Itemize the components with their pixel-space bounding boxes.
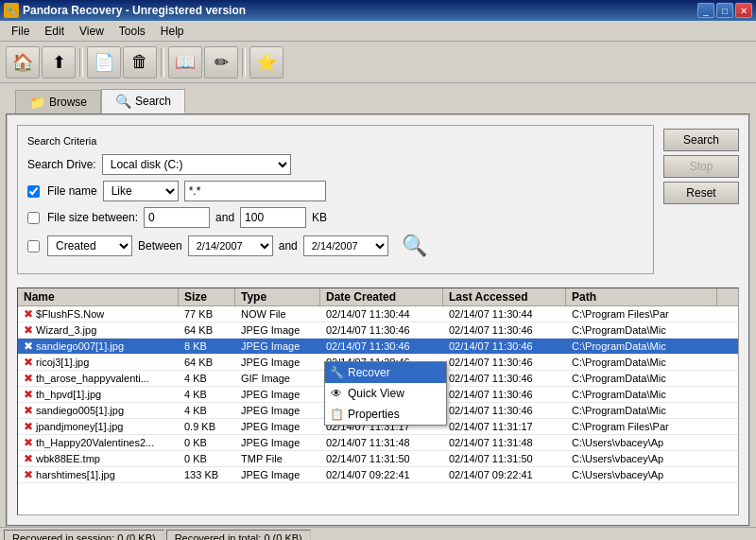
col-header-name[interactable]: Name [18,288,179,305]
context-recover-label: Recover [348,366,390,379]
menu-help[interactable]: Help [153,23,192,40]
criteria-section: Search Criteria Search Drive: Local disk… [17,125,654,284]
results-header: Name Size Type Date Created Last Accesse… [18,288,738,306]
title-bar: 🔧 Pandora Recovery - Unregistered versio… [0,0,756,21]
cell-size: 8 KB [179,340,235,353]
toolbar-pen-button[interactable]: ✏ [204,46,238,78]
filename-label: File name [47,184,97,198]
filesize-checkbox[interactable] [27,212,40,224]
filesize-row: File size between: and KB [27,207,644,228]
tab-search[interactable]: 🔍 Search [101,89,185,113]
menu-file[interactable]: File [4,23,37,40]
maximize-button[interactable]: □ [716,3,733,18]
date-type-select[interactable]: Created Modified Accessed [47,235,132,256]
tab-browse[interactable]: 📁 Browse [15,90,101,113]
table-row[interactable]: ✖ wbk88EE.tmp 0 KB TMP File 02/14/07 11:… [18,451,738,467]
table-row[interactable]: ✖ th_Happy20Valentines2... 0 KB JPEG Ima… [18,435,738,451]
cell-path: C:\Users\vbacey\Ap [566,436,717,449]
context-menu-recover[interactable]: 🔧 Recover [325,362,446,383]
drive-label: Search Drive: [27,158,96,171]
col-header-size[interactable]: Size [179,288,235,305]
stop-button[interactable]: Stop [663,155,739,178]
date-from-select[interactable]: 2/14/2007 [188,235,273,256]
toolbar-up-button[interactable]: ⬆ [42,46,76,78]
cell-name: ✖ wbk88EE.tmp [18,451,179,466]
filter-select[interactable]: Like Equal Not Like [103,181,179,201]
context-menu-quickview[interactable]: 👁 Quick View [325,383,446,404]
file-icon: ✖ [24,356,33,369]
cell-path: C:\Program Files\Par [566,420,717,433]
filename-checkbox[interactable] [27,185,40,198]
size-min-input[interactable] [144,207,210,228]
context-quickview-label: Quick View [348,387,404,400]
tabs-container: 📁 Browse 🔍 Search [6,83,750,113]
cell-type: NOW File [235,307,320,321]
title-bar-left: 🔧 Pandora Recovery - Unregistered versio… [4,3,246,18]
cell-name: ✖ th_arose_happyvalenti... [18,371,179,386]
cell-type: JPEG Image [235,404,320,417]
date-row: Created Modified Accessed Between 2/14/2… [27,234,644,258]
cell-accessed: 02/14/07 11:31:17 [443,420,566,433]
pattern-input[interactable] [184,181,326,201]
menu-tools[interactable]: Tools [112,23,153,40]
reset-button[interactable]: Reset [663,182,739,204]
col-header-path[interactable]: Path [566,288,717,305]
toolbar-star-button[interactable]: ⭐ [249,46,284,78]
cell-accessed: 02/14/07 11:30:46 [443,404,566,417]
col-header-type[interactable]: Type [235,288,320,305]
search-tab-icon: 🔍 [115,94,131,109]
date-to-select[interactable]: 2/14/2007 [303,235,388,256]
file-icon: ✖ [24,372,33,385]
file-icon: ✖ [24,404,33,417]
toolbar-open-button[interactable]: 📄 [87,46,121,78]
menu-bar: File Edit View Tools Help [0,21,756,42]
cell-name: ✖ Wizard_3.jpg [18,322,179,338]
cell-size: 77 KB [179,307,235,321]
col-header-accessed[interactable]: Last Accessed [443,288,566,305]
search-button[interactable]: Search [663,129,739,151]
table-row[interactable]: ✖ $FlushFS.Now 77 KB NOW File 02/14/07 1… [18,306,738,322]
date-checkbox[interactable] [27,240,40,253]
cell-path: C:\ProgramData\Mic [566,388,717,401]
filename-row: File name Like Equal Not Like [27,181,644,201]
toolbar-delete-button[interactable]: 🗑 [123,46,157,78]
toolbar-home-button[interactable]: 🏠 [6,46,40,78]
toolbar-book-button[interactable]: 📖 [168,46,202,78]
file-icon: ✖ [24,452,33,465]
cell-accessed: 02/14/07 11:30:46 [443,388,566,401]
properties-icon: 📋 [329,407,344,422]
file-icon: ✖ [24,323,33,337]
main-panel: Search Criteria Search Drive: Local disk… [6,113,750,527]
menu-view[interactable]: View [72,23,112,40]
file-icon: ✖ [24,307,33,321]
cell-name: ✖ th_Happy20Valentines2... [18,435,179,450]
status-total: Recovered in total: 0 (0 KB) [166,530,311,541]
drive-select[interactable]: Local disk (C:) [102,154,291,175]
cell-size: 4 KB [179,372,235,385]
minimize-button[interactable]: _ [697,3,714,18]
cell-type: GIF Image [235,372,320,385]
context-menu: 🔧 Recover 👁 Quick View 📋 Properties [324,361,447,426]
cell-size: 4 KB [179,388,235,401]
cell-name: ✖ harshtimes[1].jpg [18,467,179,482]
size-max-input[interactable] [240,207,306,228]
cell-accessed: 02/14/07 11:30:46 [443,372,566,385]
size-unit: KB [312,211,327,224]
cell-accessed: 02/14/07 11:30:46 [443,356,566,369]
table-row[interactable]: ✖ harshtimes[1].jpg 133 KB JPEG Image 02… [18,467,738,483]
close-button[interactable]: ✕ [735,3,752,18]
cell-path: C:\ProgramData\Mic [566,340,717,353]
context-menu-properties[interactable]: 📋 Properties [325,404,446,425]
cell-type: JPEG Image [235,356,320,369]
table-row[interactable]: ✖ Wizard_3.jpg 64 KB JPEG Image 02/14/07… [18,322,738,339]
cell-size: 0 KB [179,452,235,465]
cell-type: JPEG Image [235,468,320,481]
cell-name: ✖ th_hpvd[1].jpg [18,387,179,402]
cell-name: ✖ jpandjmoney[1].jpg [18,419,179,434]
menu-edit[interactable]: Edit [37,23,72,40]
cell-type: JPEG Image [235,388,320,401]
toolbar-separator-3 [242,48,246,77]
table-row[interactable]: ✖ sandiego007[1].jpg 8 KB JPEG Image 02/… [18,339,738,355]
col-header-date[interactable]: Date Created [320,288,443,305]
file-icon: ✖ [24,420,33,433]
